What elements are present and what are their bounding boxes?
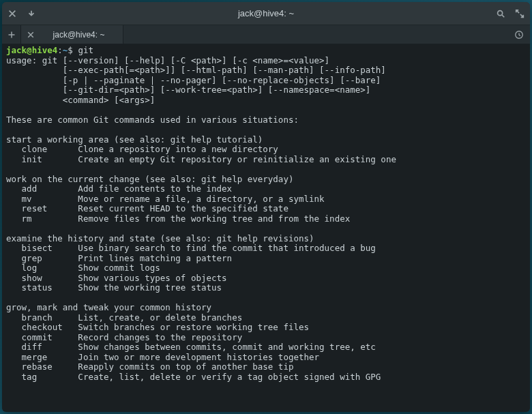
output-line: <command> [<args>] [6, 95, 155, 105]
new-tab-button[interactable] [2, 25, 21, 44]
output-line: add Add file contents to the index [6, 183, 232, 194]
output-line: rm Remove files from the working tree an… [6, 213, 350, 224]
fullscreen-icon[interactable] [515, 9, 524, 18]
prompt-dollar: $ [68, 45, 78, 55]
output-line: reset Reset current HEAD to the specifie… [6, 203, 289, 213]
titlebar-left-controls [8, 9, 48, 18]
terminal-output[interactable]: jack@hive4:~$ git usage: git [--version]… [2, 44, 530, 412]
output-line: commit Record changes to the repository [6, 332, 242, 342]
history-button[interactable] [508, 25, 530, 44]
prompt-sep: : [57, 45, 63, 55]
output-line: status Show the working tree status [6, 282, 222, 293]
history-icon [514, 30, 524, 40]
output-line: merge Join two or more development histo… [6, 352, 319, 362]
output-line: examine the history and state (see also:… [6, 233, 314, 243]
tab-label: jack@hive4: ~ [40, 30, 117, 40]
output-line: clone Clone a repository into a new dire… [6, 144, 278, 154]
output-line: start a working area (see also: git help… [6, 134, 263, 145]
terminal-window: jack@hive4: ~ jack@hive4: ~ jack@hive4:~… [2, 2, 530, 412]
minimize-icon[interactable] [27, 9, 36, 18]
output-line: checkout Switch branches or restore work… [6, 322, 309, 332]
output-line: usage: git [--version] [--help] [-C <pat… [6, 55, 329, 65]
output-line: branch List, create, or delete branches [6, 312, 242, 323]
tab-bar: jack@hive4: ~ [2, 25, 530, 44]
prompt-user-host: jack@hive4 [6, 45, 57, 55]
output-line: diff Show changes between commits, commi… [6, 342, 376, 352]
output-line: grep Print lines matching a pattern [6, 253, 232, 263]
command-text: git [78, 45, 93, 55]
window-title: jack@hive4: ~ [48, 8, 484, 18]
output-line: grow, mark and tweak your common history [6, 302, 211, 312]
output-line: [--git-dir=<path>] [--work-tree=<path>] … [6, 85, 370, 95]
tab-active[interactable]: jack@hive4: ~ [21, 25, 123, 44]
output-line: init Create an empty Git repository or r… [6, 154, 396, 164]
search-icon[interactable] [496, 9, 505, 18]
close-icon[interactable] [8, 9, 17, 18]
svg-point-0 [498, 10, 503, 15]
titlebar-right-controls [484, 9, 524, 18]
tab-close-icon[interactable] [27, 31, 35, 39]
output-line: tag Create, list, delete or verify a tag… [6, 372, 381, 382]
plus-icon [8, 31, 16, 39]
output-line: [-p | --paginate | --no-pager] [--no-rep… [6, 75, 381, 85]
output-line: These are common Git commands used in va… [6, 115, 299, 125]
output-line: bisect Use binary search to find the com… [6, 243, 376, 253]
output-line: log Show commit logs [6, 263, 160, 273]
tabbar-spacer [123, 25, 508, 44]
titlebar: jack@hive4: ~ [2, 2, 530, 25]
output-line: mv Move or rename a file, a directory, o… [6, 194, 325, 204]
output-line: rebase Reapply commits on top of another… [6, 361, 293, 372]
output-line: [--exec-path[=<path>]] [--html-path] [--… [6, 65, 386, 75]
output-line: show Show various types of objects [6, 273, 227, 283]
output-line: work on the current change (see also: gi… [6, 174, 293, 184]
